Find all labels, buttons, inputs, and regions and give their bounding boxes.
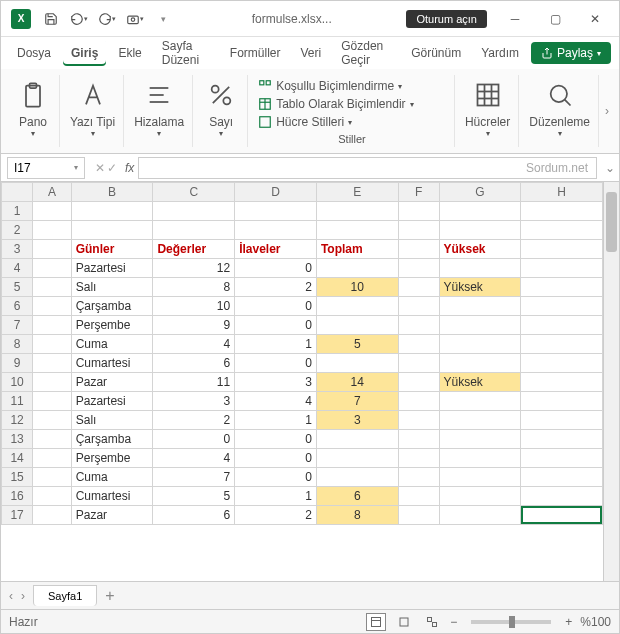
cell-B6[interactable]: Çarşamba	[71, 297, 153, 316]
cell-A14[interactable]	[33, 449, 71, 468]
cell-E1[interactable]	[316, 202, 398, 221]
cell-D11[interactable]: 4	[235, 392, 317, 411]
cell-E7[interactable]	[316, 316, 398, 335]
cell-E6[interactable]	[316, 297, 398, 316]
cell-styles-button[interactable]: Hücre Stilleri ▾	[258, 113, 446, 131]
cell-C6[interactable]: 10	[153, 297, 235, 316]
cell-E8[interactable]: 5	[316, 335, 398, 354]
cell-F5[interactable]	[398, 278, 439, 297]
undo-icon[interactable]: ▾	[67, 7, 91, 31]
cell-C4[interactable]: 12	[153, 259, 235, 278]
cell-D10[interactable]: 3	[235, 373, 317, 392]
row-header-9[interactable]: 9	[2, 354, 33, 373]
tab-yardim[interactable]: Yardım	[473, 40, 527, 66]
cell-F1[interactable]	[398, 202, 439, 221]
cell-F2[interactable]	[398, 221, 439, 240]
maximize-button[interactable]: ▢	[535, 3, 575, 35]
cell-C10[interactable]: 11	[153, 373, 235, 392]
cell-A1[interactable]	[33, 202, 71, 221]
cell-A2[interactable]	[33, 221, 71, 240]
cell-F17[interactable]	[398, 506, 439, 525]
cell-B15[interactable]: Cuma	[71, 468, 153, 487]
cell-E3[interactable]: Toplam	[316, 240, 398, 259]
cell-D4[interactable]: 0	[235, 259, 317, 278]
ribbon-group-number[interactable]: Sayı▾	[195, 75, 248, 147]
col-header-E[interactable]: E	[316, 183, 398, 202]
cell-E2[interactable]	[316, 221, 398, 240]
cell-B3[interactable]: Günler	[71, 240, 153, 259]
zoom-in-button[interactable]: +	[565, 615, 572, 629]
tab-giris[interactable]: Giriş	[63, 40, 106, 66]
camera-icon[interactable]: ▾	[123, 7, 147, 31]
tab-ekle[interactable]: Ekle	[110, 40, 149, 66]
cell-A15[interactable]	[33, 468, 71, 487]
cell-A4[interactable]	[33, 259, 71, 278]
zoom-out-button[interactable]: −	[450, 615, 457, 629]
ribbon-overflow-icon[interactable]: ›	[601, 75, 613, 147]
cell-C7[interactable]: 9	[153, 316, 235, 335]
cell-F7[interactable]	[398, 316, 439, 335]
cell-H1[interactable]	[521, 202, 603, 221]
redo-icon[interactable]: ▾	[95, 7, 119, 31]
cell-F15[interactable]	[398, 468, 439, 487]
cell-H16[interactable]	[521, 487, 603, 506]
row-header-17[interactable]: 17	[2, 506, 33, 525]
col-header-F[interactable]: F	[398, 183, 439, 202]
cell-A16[interactable]	[33, 487, 71, 506]
login-button[interactable]: Oturum açın	[406, 10, 487, 28]
cell-B12[interactable]: Salı	[71, 411, 153, 430]
cell-B4[interactable]: Pazartesi	[71, 259, 153, 278]
ribbon-group-font[interactable]: Yazı Tipi▾	[62, 75, 124, 147]
cell-B8[interactable]: Cuma	[71, 335, 153, 354]
cell-A3[interactable]	[33, 240, 71, 259]
col-header-A[interactable]: A	[33, 183, 71, 202]
col-header-D[interactable]: D	[235, 183, 317, 202]
cell-F9[interactable]	[398, 354, 439, 373]
cell-G2[interactable]	[439, 221, 521, 240]
col-header-G[interactable]: G	[439, 183, 521, 202]
cell-B11[interactable]: Pazartesi	[71, 392, 153, 411]
cell-H12[interactable]	[521, 411, 603, 430]
tab-sayfa-duzeni[interactable]: Sayfa Düzeni	[154, 33, 218, 73]
formula-bar-expand-icon[interactable]: ⌄	[601, 161, 619, 175]
cell-D8[interactable]: 1	[235, 335, 317, 354]
cell-G9[interactable]	[439, 354, 521, 373]
cell-F8[interactable]	[398, 335, 439, 354]
row-header-4[interactable]: 4	[2, 259, 33, 278]
tab-gorunum[interactable]: Görünüm	[403, 40, 469, 66]
cell-H9[interactable]	[521, 354, 603, 373]
row-header-5[interactable]: 5	[2, 278, 33, 297]
tab-formuller[interactable]: Formüller	[222, 40, 289, 66]
cell-C11[interactable]: 3	[153, 392, 235, 411]
ribbon-group-editing[interactable]: Düzenleme▾	[521, 75, 599, 147]
row-header-13[interactable]: 13	[2, 430, 33, 449]
cell-E15[interactable]	[316, 468, 398, 487]
cell-D13[interactable]: 0	[235, 430, 317, 449]
cell-F14[interactable]	[398, 449, 439, 468]
cell-D6[interactable]: 0	[235, 297, 317, 316]
cell-A17[interactable]	[33, 506, 71, 525]
scroll-thumb[interactable]	[606, 192, 617, 252]
row-header-6[interactable]: 6	[2, 297, 33, 316]
cell-D7[interactable]: 0	[235, 316, 317, 335]
cell-B9[interactable]: Cumartesi	[71, 354, 153, 373]
cell-G8[interactable]	[439, 335, 521, 354]
save-icon[interactable]	[39, 7, 63, 31]
cell-C13[interactable]: 0	[153, 430, 235, 449]
sheet-nav-next-icon[interactable]: ›	[21, 589, 25, 603]
cell-D2[interactable]	[235, 221, 317, 240]
row-header-8[interactable]: 8	[2, 335, 33, 354]
row-header-11[interactable]: 11	[2, 392, 33, 411]
cell-B16[interactable]: Cumartesi	[71, 487, 153, 506]
zoom-slider[interactable]	[471, 620, 551, 624]
cell-A10[interactable]	[33, 373, 71, 392]
row-header-15[interactable]: 15	[2, 468, 33, 487]
cell-C16[interactable]: 5	[153, 487, 235, 506]
cell-G13[interactable]	[439, 430, 521, 449]
cell-G12[interactable]	[439, 411, 521, 430]
normal-view-button[interactable]	[366, 613, 386, 631]
tab-dosya[interactable]: Dosya	[9, 40, 59, 66]
page-layout-view-button[interactable]	[394, 613, 414, 631]
cell-F3[interactable]	[398, 240, 439, 259]
cell-E4[interactable]	[316, 259, 398, 278]
